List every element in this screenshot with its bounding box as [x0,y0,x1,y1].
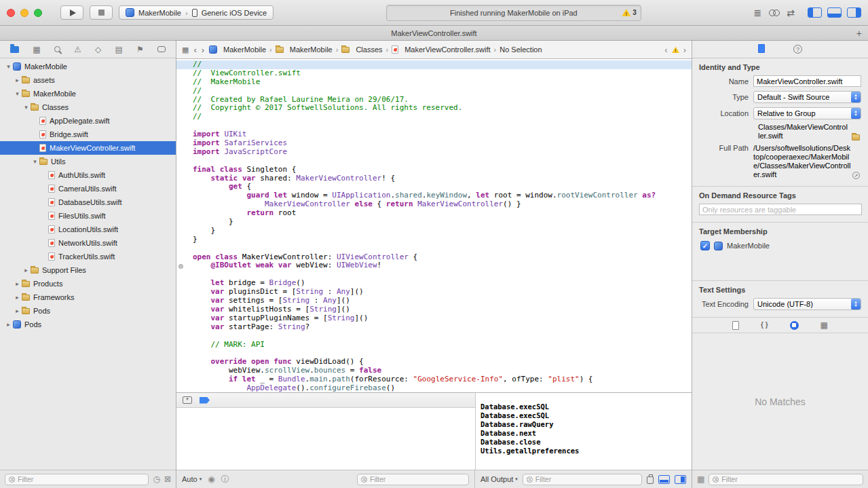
target-app-icon [714,242,723,250]
disclosure-triangle-icon[interactable]: ▾ [4,63,13,70]
disclosure-triangle-icon[interactable]: ▸ [22,267,31,274]
disclosure-triangle-icon[interactable]: ▸ [13,280,22,287]
disclosure-triangle-icon[interactable]: ▸ [4,321,13,328]
tree-item[interactable]: AuthUtils.swift [0,168,176,182]
location-dropdown[interactable]: Relative to Group [753,107,861,119]
show-variables-toggle-icon[interactable] [658,475,670,484]
tree-item[interactable]: ▾MakerMobile [0,60,176,73]
flat-view-icon[interactable]: ◉ [208,475,214,483]
report-navigator-icon[interactable] [157,46,166,52]
tree-item[interactable]: NetworkUtils.swift [0,236,176,250]
disclosure-triangle-icon[interactable]: ▸ [13,77,22,83]
breadcrumb-item[interactable]: Classes [341,45,382,54]
breadcrumb-item[interactable]: MakerMobile [209,45,266,54]
console-output-popup[interactable]: All Output ▾ [480,475,518,483]
previous-issue-button[interactable]: ‹ [664,45,667,55]
console-filter-field[interactable]: Filter [523,474,642,485]
info-icon[interactable]: ⓘ [221,475,229,483]
tree-item[interactable]: LocationUtils.swift [0,223,176,236]
disclosure-triangle-icon[interactable]: ▾ [31,158,39,165]
variables-scope-popup[interactable]: Auto ▾ [182,475,202,483]
warning-icon[interactable] [672,46,679,52]
console-view[interactable]: Database.execSQLDatabase.execSQLDatabase… [475,393,692,470]
source-editor[interactable]: //// ViewController.swift// MakerMobile/… [176,59,692,392]
tree-item[interactable]: DatabaseUtils.swift [0,195,176,209]
tab-title[interactable]: MakerViewController.swift [391,29,476,37]
toggle-debug-area-button[interactable] [827,7,842,18]
project-navigator-icon[interactable] [10,46,19,53]
tree-item[interactable]: ▸Pods [0,318,176,331]
toggle-utilities-button[interactable] [847,7,861,18]
tree-item[interactable]: ▸Products [0,277,176,290]
issue-navigator-icon[interactable]: ⚠ [74,45,81,54]
tree-item[interactable]: AppDelegate.swift [0,114,176,128]
assistant-editor-button[interactable] [769,10,779,16]
next-issue-button[interactable]: › [683,45,686,55]
tree-item[interactable]: MakerViewController.swift [0,141,176,155]
type-dropdown[interactable]: Default - Swift Source [753,91,861,103]
run-button[interactable] [60,5,83,20]
checkbox-checked-icon[interactable] [700,241,710,250]
back-button[interactable]: ‹ [193,45,196,54]
standard-editor-button[interactable]: ≣ [754,8,762,18]
related-items-icon[interactable]: ▦ [182,45,189,54]
symbol-navigator-icon[interactable]: ▦ [33,45,40,54]
variables-filter-field[interactable]: Filter [357,474,469,485]
forward-button[interactable]: › [202,45,204,54]
tree-item[interactable]: ▸Pods [0,304,176,318]
show-console-toggle-icon[interactable] [675,475,686,484]
breadcrumb-item[interactable]: No Selection [499,45,542,54]
file-template-library-icon[interactable] [732,321,739,330]
tree-item[interactable]: ▸Support Files [0,263,176,277]
name-field[interactable] [753,75,861,87]
tree-item[interactable]: Bridge.swift [0,128,176,141]
grid-icon[interactable]: ▦ [697,475,704,483]
tree-item[interactable]: ▸Frameworks [0,290,176,304]
scm-status-filter-icon[interactable]: ⊠ [164,475,171,483]
minimize-button[interactable] [20,9,29,17]
code-snippet-library-icon[interactable] [761,322,768,329]
tree-item[interactable]: CameraUtils.swift [0,182,176,195]
breakpoint-navigator-icon[interactable]: ⚑ [136,45,144,54]
new-tab-button[interactable]: + [856,29,862,38]
disclosure-triangle-icon[interactable]: ▾ [13,90,22,97]
clear-console-icon[interactable] [647,476,654,484]
media-library-icon[interactable]: ▦ [820,321,828,329]
target-row[interactable]: MakerMobile [700,241,860,250]
tree-item[interactable]: ▸assets [0,73,176,87]
toggle-navigator-button[interactable] [808,7,822,18]
scheme-selector[interactable]: MakerMobile › Generic iOS Device [119,5,273,20]
quick-help-inspector-icon[interactable] [793,45,802,54]
zoom-button[interactable] [34,9,42,17]
breadcrumb-item[interactable]: MakerViewController.swift [392,45,490,54]
navigator-filter-field[interactable]: Filter [5,474,149,485]
recent-files-clock-icon[interactable]: ◷ [153,475,159,483]
debug-navigator-icon[interactable]: ▤ [115,45,122,54]
resource-tags-field[interactable] [699,204,862,215]
hide-debug-area-icon[interactable] [183,396,192,404]
library-filter-field[interactable]: Filter [709,474,863,485]
close-button[interactable] [7,9,15,17]
tree-item[interactable]: FilesUtils.swift [0,209,176,223]
tree-item[interactable]: ▾Utils [0,155,176,168]
tree-item[interactable]: TrackerUtils.swift [0,250,176,263]
object-library-icon[interactable] [790,321,799,330]
folder-icon[interactable] [852,134,860,140]
find-navigator-icon[interactable] [54,46,60,52]
tree-item[interactable]: ▾Classes [0,100,176,114]
stop-button[interactable] [90,5,113,20]
disclosure-triangle-icon[interactable]: ▾ [22,104,31,111]
open-in-finder-icon[interactable]: ↗ [852,172,860,179]
file-inspector-icon[interactable] [758,44,765,54]
breadcrumb-item[interactable]: MakerMobile [276,45,333,54]
disclosure-triangle-icon[interactable]: ▸ [13,294,22,301]
disclosure-triangle-icon[interactable]: ▸ [13,307,22,314]
variables-view[interactable] [176,408,475,470]
warning-badge[interactable]: 3 [622,9,637,16]
test-navigator-icon[interactable]: ◇ [95,45,101,54]
breakpoints-toggle-icon[interactable] [200,397,210,404]
text-encoding-dropdown[interactable]: Unicode (UTF-8) [753,298,861,310]
version-editor-button[interactable]: ⇄ [787,8,795,18]
filter-icon [9,476,15,483]
tree-item[interactable]: ▾MakerMobile [0,87,176,100]
